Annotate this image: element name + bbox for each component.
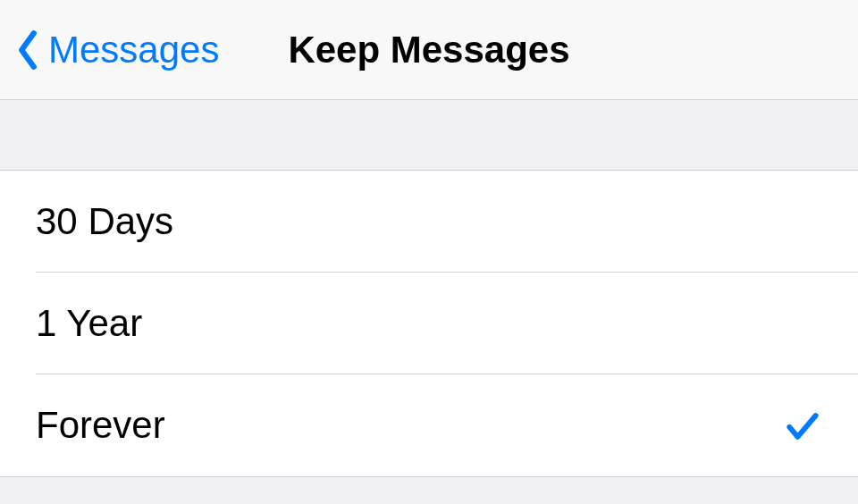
option-forever[interactable]: Forever xyxy=(0,374,858,476)
section-spacer xyxy=(0,477,858,504)
checkmark-icon xyxy=(783,406,822,445)
section-spacer xyxy=(0,100,858,170)
navigation-bar: Messages Keep Messages xyxy=(0,0,858,100)
option-label: 30 Days xyxy=(36,200,173,243)
option-label: Forever xyxy=(36,404,165,447)
option-label: 1 Year xyxy=(36,302,142,345)
chevron-left-icon xyxy=(14,29,41,71)
back-button[interactable]: Messages xyxy=(0,29,219,71)
option-30-days[interactable]: 30 Days xyxy=(0,171,858,273)
option-1-year[interactable]: 1 Year xyxy=(0,273,858,374)
back-label: Messages xyxy=(48,29,219,71)
options-list: 30 Days 1 Year Forever xyxy=(0,170,858,477)
